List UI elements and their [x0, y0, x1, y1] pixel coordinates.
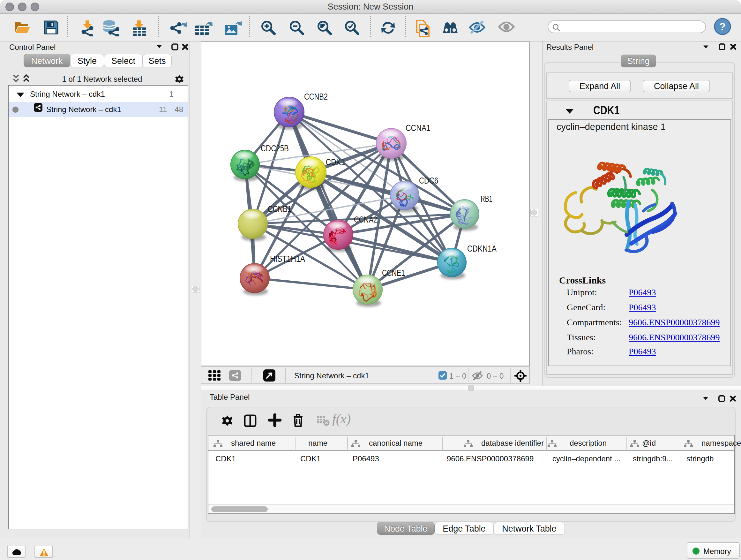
svg-text:CCNB2: CCNB2: [304, 92, 328, 102]
svg-text:CDC25B: CDC25B: [261, 144, 289, 153]
svg-text:HIST1H1A: HIST1H1A: [270, 254, 305, 264]
svg-text:CCNA1: CCNA1: [406, 123, 430, 133]
svg-text:?: ?: [719, 20, 726, 33]
svg-text:CCNA2: CCNA2: [354, 215, 377, 225]
svg-text:CDC6: CDC6: [419, 176, 438, 186]
svg-text:CDK1: CDK1: [326, 158, 345, 167]
svg-text:CCNE1: CCNE1: [382, 268, 405, 278]
svg-text:CCNB1: CCNB1: [268, 204, 291, 214]
svg-text:CDKN1A: CDKN1A: [467, 244, 496, 253]
svg-text:RB1: RB1: [481, 194, 492, 204]
